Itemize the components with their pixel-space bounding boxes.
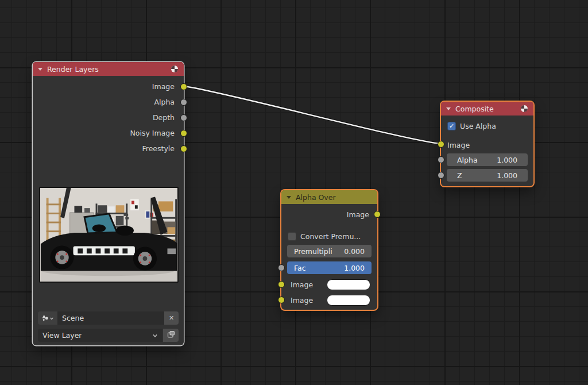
node-render-layers[interactable]: Render Layers Image Alpha Depth xyxy=(33,62,184,345)
node-header-alpha-over[interactable]: Alpha Over xyxy=(281,190,377,204)
slider-value: 1.000 xyxy=(497,171,517,180)
output-label: Alpha xyxy=(154,98,175,106)
slider-value: 1.000 xyxy=(497,156,517,164)
x-icon: ✕ xyxy=(169,314,174,322)
slider-label: Z xyxy=(457,171,462,180)
collapse-triangle-icon[interactable] xyxy=(446,107,451,110)
image-input-label: Image xyxy=(291,280,313,289)
convert-premul-label: Convert Premu... xyxy=(300,232,361,241)
output-row-image: Image xyxy=(33,79,184,94)
node-header-composite[interactable]: Composite xyxy=(441,102,533,116)
output-row-depth: Depth xyxy=(33,110,184,125)
fac-slider[interactable]: Fac 1.000 xyxy=(287,261,372,274)
checkbox-use-alpha[interactable]: ✓ xyxy=(447,122,456,130)
view-layer-dropdown[interactable]: View Layer xyxy=(38,329,163,342)
socket-output-image[interactable] xyxy=(180,83,187,90)
scene-unlink-button[interactable]: ✕ xyxy=(164,311,179,325)
view-layer-row: View Layer xyxy=(38,329,179,342)
socket-output-freestyle[interactable] xyxy=(180,145,187,152)
slider-label: Fac xyxy=(294,264,306,272)
collapse-triangle-icon[interactable] xyxy=(38,68,42,71)
use-alpha-label: Use Alpha xyxy=(460,122,496,130)
socket-input-fac[interactable] xyxy=(278,264,285,271)
scene-selector-row: Scene ✕ xyxy=(38,311,179,325)
socket-input-alpha[interactable] xyxy=(438,156,444,163)
image-input-1-row: Image xyxy=(291,278,370,291)
z-value-slider[interactable]: Z 1.000 xyxy=(447,169,528,182)
scene-name-field[interactable]: Scene xyxy=(57,311,164,325)
socket-input-z[interactable] xyxy=(438,172,444,179)
node-title: Render Layers xyxy=(47,65,166,74)
output-row-alpha: Alpha xyxy=(33,94,184,110)
color-swatch-image-1[interactable] xyxy=(327,279,370,290)
image-input-label-row: Image xyxy=(441,140,533,150)
socket-input-image[interactable] xyxy=(438,141,444,148)
node-title: Composite xyxy=(455,105,516,113)
output-row-freestyle: Freestyle xyxy=(33,141,184,156)
slider-value: 0.000 xyxy=(344,247,365,256)
image-input-label: Image xyxy=(291,296,313,305)
chevron-down-icon xyxy=(49,316,54,321)
render-preview-image xyxy=(39,187,179,283)
render-result-icon xyxy=(520,105,528,113)
node-editor-canvas[interactable]: Render Layers Image Alpha Depth xyxy=(0,0,588,385)
node-composite[interactable]: Composite ✓ Use Alpha Image Alpha 1.000 xyxy=(441,102,533,186)
render-result-icon xyxy=(171,65,179,73)
node-header-render-layers[interactable]: Render Layers xyxy=(33,62,184,76)
chevron-down-icon xyxy=(152,333,158,338)
output-row-noisy-image: Noisy Image xyxy=(33,125,184,141)
socket-output-depth[interactable] xyxy=(180,114,187,121)
scene-name-value: Scene xyxy=(62,314,84,322)
socket-output-noisy-image[interactable] xyxy=(180,130,187,137)
check-icon: ✓ xyxy=(449,122,454,130)
view-layer-value: View Layer xyxy=(42,331,82,340)
use-alpha-option[interactable]: ✓ Use Alpha xyxy=(441,121,533,131)
socket-input-image-2[interactable] xyxy=(278,297,285,303)
collapse-triangle-icon[interactable] xyxy=(287,196,291,199)
socket-output-image[interactable] xyxy=(374,211,381,218)
alpha-value-slider[interactable]: Alpha 1.000 xyxy=(447,153,528,166)
slider-value: 1.000 xyxy=(344,264,365,272)
convert-premul-option[interactable]: Convert Premu... xyxy=(281,231,377,241)
node-alpha-over[interactable]: Alpha Over Image Convert Premu... Premul… xyxy=(281,190,377,310)
output-socket-list: Image Alpha Depth Noisy Image Freestyle xyxy=(33,79,184,156)
output-label: Image xyxy=(152,82,175,91)
slider-label: Alpha xyxy=(457,156,478,164)
image-input-2-row: Image xyxy=(291,294,370,306)
node-link-image-to-composite[interactable] xyxy=(184,86,440,144)
image-input-label: Image xyxy=(447,141,470,149)
output-label: Depth xyxy=(153,113,175,122)
color-swatch-image-2[interactable] xyxy=(327,295,370,306)
socket-input-image-1[interactable] xyxy=(278,281,285,288)
render-single-layer-button[interactable] xyxy=(163,329,179,342)
slider-label: Premultipli xyxy=(294,247,332,256)
premultiply-slider[interactable]: Premultipli 0.000 xyxy=(287,245,372,257)
output-label: Freestyle xyxy=(142,144,175,153)
checkbox-convert-premul[interactable] xyxy=(288,232,296,241)
output-label: Image xyxy=(347,210,369,219)
output-label: Noisy Image xyxy=(130,129,175,137)
socket-output-alpha[interactable] xyxy=(180,99,187,106)
node-title: Alpha Over xyxy=(296,193,372,202)
scene-icon xyxy=(41,314,49,323)
image-stack-icon xyxy=(167,330,175,340)
scene-browse-button[interactable] xyxy=(38,311,57,325)
output-row-image: Image xyxy=(281,207,377,221)
